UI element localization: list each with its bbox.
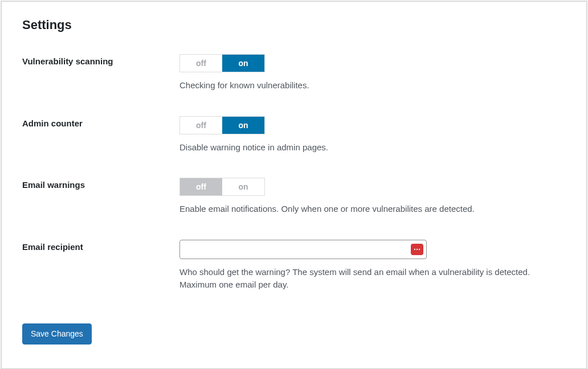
toggle-admin-counter[interactable]: off on xyxy=(179,116,265,134)
control-email-recipient: Who should get the warning? The system w… xyxy=(179,240,566,292)
toggle-on-vulnerability-scanning[interactable]: on xyxy=(222,55,264,72)
email-input-wrap xyxy=(179,240,427,259)
toggle-on-email-warnings[interactable]: on xyxy=(222,178,264,195)
control-admin-counter: off on Disable warning notice in admin p… xyxy=(179,116,566,154)
toggle-email-warnings[interactable]: off on xyxy=(179,178,265,196)
toggle-off-admin-counter[interactable]: off xyxy=(180,117,222,134)
control-email-warnings: off on Enable email notifications. Only … xyxy=(179,178,566,216)
toggle-on-admin-counter[interactable]: on xyxy=(222,117,264,134)
label-email-recipient: Email recipient xyxy=(22,240,179,252)
description-admin-counter: Disable warning notice in admin pages. xyxy=(179,141,566,154)
toggle-off-email-warnings[interactable]: off xyxy=(180,178,222,195)
label-email-warnings: Email warnings xyxy=(22,178,179,190)
svg-point-1 xyxy=(416,248,418,249)
description-email-warnings: Enable email notifications. Only when on… xyxy=(179,203,566,216)
email-recipient-input[interactable] xyxy=(179,240,427,259)
description-vulnerability-scanning: Checking for known vulnerabilites. xyxy=(179,79,566,92)
page-title: Settings xyxy=(22,18,566,32)
row-vulnerability-scanning: Vulnerability scanning off on Checking f… xyxy=(22,54,566,92)
save-button[interactable]: Save Changes xyxy=(22,323,92,345)
row-email-recipient: Email recipient Who should get the warni… xyxy=(22,240,566,292)
control-vulnerability-scanning: off on Checking for known vulnerabilites… xyxy=(179,54,566,92)
row-email-warnings: Email warnings off on Enable email notif… xyxy=(22,178,566,216)
description-email-recipient: Who should get the warning? The system w… xyxy=(179,266,566,292)
label-admin-counter: Admin counter xyxy=(22,116,179,128)
password-manager-icon[interactable] xyxy=(411,244,423,255)
label-vulnerability-scanning: Vulnerability scanning xyxy=(22,54,179,66)
svg-point-2 xyxy=(419,248,420,249)
toggle-vulnerability-scanning[interactable]: off on xyxy=(179,54,265,72)
toggle-off-vulnerability-scanning[interactable]: off xyxy=(180,55,222,72)
row-admin-counter: Admin counter off on Disable warning not… xyxy=(22,116,566,154)
svg-point-0 xyxy=(414,248,415,249)
settings-panel: Settings Vulnerability scanning off on C… xyxy=(1,1,587,369)
